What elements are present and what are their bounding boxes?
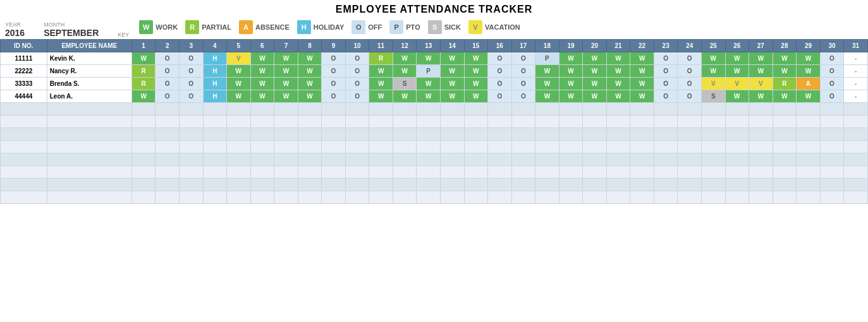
key-badge-w: W bbox=[139, 20, 153, 34]
day-cell: W bbox=[773, 65, 797, 78]
day-cell: O bbox=[345, 78, 369, 90]
empty-cell bbox=[511, 179, 535, 191]
day-cell: W bbox=[274, 52, 298, 65]
day-cell: W bbox=[535, 90, 559, 103]
empty-cell bbox=[322, 103, 346, 116]
empty-cell bbox=[47, 103, 131, 116]
key-item-r: RPARTIAL bbox=[185, 20, 231, 34]
empty-cell bbox=[131, 128, 156, 141]
key-badge-o: O bbox=[351, 20, 365, 34]
day-cell: O bbox=[511, 52, 535, 65]
empty-cell bbox=[227, 191, 251, 204]
empty-cell bbox=[179, 128, 203, 141]
day-cell: W bbox=[797, 90, 821, 103]
empty-cell bbox=[274, 141, 298, 153]
empty-cell bbox=[1, 141, 47, 153]
empty-cell bbox=[250, 116, 274, 128]
empty-cell bbox=[749, 153, 773, 166]
empty-cell bbox=[1, 116, 47, 128]
empty-cell bbox=[606, 128, 630, 141]
day-cell: W bbox=[227, 78, 251, 90]
empty-cell bbox=[464, 191, 488, 204]
empty-cell bbox=[250, 191, 274, 204]
empty-cell bbox=[298, 103, 322, 116]
empty-cell bbox=[749, 191, 773, 204]
day-cell: - bbox=[844, 52, 868, 65]
empty-cell bbox=[678, 191, 702, 204]
day-cell: O bbox=[322, 65, 346, 78]
day-cell: W bbox=[250, 65, 274, 78]
empty-cell bbox=[511, 128, 535, 141]
day-cell: O bbox=[820, 52, 844, 65]
day-cell: W bbox=[559, 65, 583, 78]
employee-name: Brenda S. bbox=[47, 78, 131, 90]
empty-cell bbox=[820, 116, 844, 128]
empty-cell bbox=[298, 179, 322, 191]
empty-cell bbox=[630, 179, 654, 191]
employee-name: Nancy R. bbox=[47, 65, 131, 78]
empty-cell bbox=[47, 191, 131, 204]
empty-cell bbox=[179, 141, 203, 153]
empty-cell bbox=[583, 103, 607, 116]
empty-cell bbox=[1, 153, 47, 166]
day-cell: W bbox=[630, 78, 654, 90]
empty-cell bbox=[820, 166, 844, 179]
empty-cell bbox=[535, 166, 559, 179]
day-cell: W bbox=[464, 78, 488, 90]
empty-cell bbox=[606, 179, 630, 191]
day-cell: W bbox=[535, 65, 559, 78]
day-cell: O bbox=[488, 78, 512, 90]
day-cell: S bbox=[701, 90, 725, 103]
empty-cell bbox=[488, 128, 512, 141]
empty-cell bbox=[464, 166, 488, 179]
key-text-s: SICK bbox=[444, 23, 461, 31]
empty-cell bbox=[345, 141, 369, 153]
empty-cell bbox=[156, 116, 180, 128]
col-day-26: 26 bbox=[725, 40, 749, 52]
empty-cell bbox=[298, 153, 322, 166]
table-header: ID NO. EMPLOYEE NAME 1234567891011121314… bbox=[1, 40, 868, 52]
empty-cell bbox=[1, 179, 47, 191]
col-day-21: 21 bbox=[606, 40, 630, 52]
empty-cell bbox=[393, 153, 417, 166]
empty-cell bbox=[559, 116, 583, 128]
month-value: SEPTEMBER bbox=[44, 28, 99, 38]
day-cell: W bbox=[369, 90, 393, 103]
empty-cell bbox=[511, 141, 535, 153]
day-cell: W bbox=[250, 78, 274, 90]
day-cell: W bbox=[298, 65, 322, 78]
day-cell: W bbox=[630, 52, 654, 65]
empty-cell bbox=[725, 103, 749, 116]
day-cell: O bbox=[820, 78, 844, 90]
empty-cell bbox=[274, 179, 298, 191]
empty-cell bbox=[654, 166, 678, 179]
year-value: 2016 bbox=[5, 28, 25, 38]
empty-row bbox=[1, 166, 868, 179]
empty-cell bbox=[440, 116, 464, 128]
empty-cell bbox=[440, 166, 464, 179]
empty-cell bbox=[131, 141, 156, 153]
day-cell: W bbox=[298, 90, 322, 103]
empty-cell bbox=[654, 141, 678, 153]
empty-cell bbox=[725, 179, 749, 191]
day-cell: O bbox=[654, 90, 678, 103]
day-cell: W bbox=[559, 78, 583, 90]
empty-row bbox=[1, 179, 868, 191]
day-cell: O bbox=[322, 78, 346, 90]
day-cell: W bbox=[606, 78, 630, 90]
day-cell: W bbox=[274, 65, 298, 78]
key-badge-a: A bbox=[239, 20, 253, 34]
empty-cell bbox=[179, 166, 203, 179]
empty-cell bbox=[250, 103, 274, 116]
empty-cell bbox=[535, 191, 559, 204]
empty-cell bbox=[417, 141, 441, 153]
empty-cell bbox=[678, 153, 702, 166]
empty-cell bbox=[179, 116, 203, 128]
empty-cell bbox=[203, 141, 227, 153]
empty-cell bbox=[725, 141, 749, 153]
day-cell: V bbox=[701, 78, 725, 90]
day-cell: W bbox=[630, 65, 654, 78]
col-day-28: 28 bbox=[773, 40, 797, 52]
empty-cell bbox=[274, 116, 298, 128]
empty-cell bbox=[654, 179, 678, 191]
